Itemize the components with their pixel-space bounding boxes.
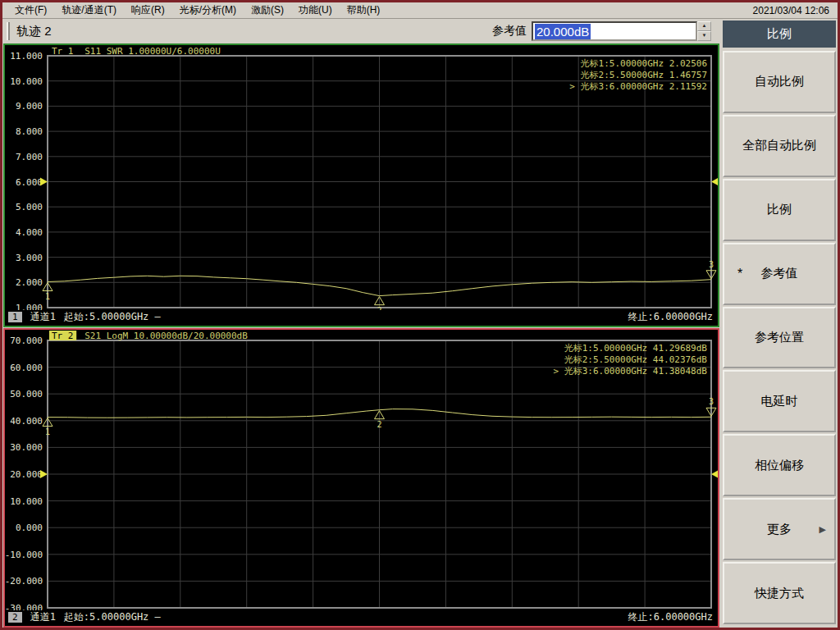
spinner-down-button[interactable]: ▼ [697,31,711,41]
svg-text:3: 3 [709,260,714,269]
svg-text:3.000: 3.000 [16,253,43,263]
svg-text:9.000: 9.000 [16,101,43,112]
softkey-menu-title: 比例 [723,21,836,48]
svg-text:光标1:5.00000GHz 2.02506: 光标1:5.00000GHz 2.02506 [581,58,707,69]
more-button[interactable]: 更多 ▶ [723,498,836,560]
svg-text:11.000: 11.000 [10,51,43,62]
svg-text:2.000: 2.000 [16,277,43,288]
entry-toolbar: 轨迹 2 参考值 20.000dB ▲ ▼ [3,19,719,43]
sweep-start-readout: 起始:5.00000GHz — [64,310,161,324]
svg-text:7.000: 7.000 [16,152,43,162]
svg-text:S21 LogM 10.00000dB/20.00000dB: S21 LogM 10.00000dB/20.00000dB [84,331,248,341]
svg-text:0.000: 0.000 [16,523,43,533]
submenu-arrow-icon: ▶ [819,524,826,535]
svg-text:50.000: 50.000 [10,389,43,399]
svg-text:8.000: 8.000 [16,126,43,137]
chart-stack: 11.00010.0009.0008.0007.0006.0005.0004.0… [3,43,719,628]
s21-chart-canvas: 70.00060.00050.00040.00030.00020.00010.0… [5,330,718,610]
svg-text:S11 SWR 1.00000U/6.00000U: S11 SWR 1.00000U/6.00000U [84,46,221,57]
toolbar-gripper[interactable] [7,22,10,40]
svg-text:> 光标3:6.00000GHz 41.38048dB: > 光标3:6.00000GHz 41.38048dB [553,366,707,377]
svg-text:5.000: 5.000 [16,202,43,212]
svg-text:20.000: 20.000 [10,469,43,480]
menu-utility[interactable]: 功能(U) [291,2,340,18]
scale-button[interactable]: 比例 [723,179,836,241]
autoscale-button[interactable]: 自动比例 [723,51,836,113]
channel-number-badge: 1 [8,312,22,322]
active-trace-indicator: 轨迹 2 [16,24,52,39]
svg-text:70.000: 70.000 [10,336,43,346]
sweep-start-readout: 起始:5.00000GHz — [64,610,161,624]
svg-text:光标2:5.50000GHz 1.46757: 光标2:5.50000GHz 1.46757 [581,70,707,80]
autoscale-all-button[interactable]: 全部自动比例 [723,115,836,177]
svg-text:1: 1 [45,292,50,301]
ref-value-input[interactable]: 20.000dB [532,21,697,41]
ref-value-spinner: ▲ ▼ [697,21,711,41]
sweep-stop-readout: 终止:6.00000GHz [628,610,713,624]
svg-text:光标2:5.50000GHz 44.02376dB: 光标2:5.50000GHz 44.02376dB [564,354,708,365]
spinner-up-button[interactable]: ▲ [697,21,711,31]
s21-logmag-chart: 70.00060.00050.00040.00030.00020.00010.0… [3,328,719,628]
s11-swr-chart: 11.00010.0009.0008.0007.0006.0005.0004.0… [3,43,719,327]
svg-text:40.000: 40.000 [10,416,43,427]
svg-text:> 光标3:6.00000GHz 2.11592: > 光标3:6.00000GHz 2.11592 [569,81,707,92]
active-softkey-asterisk: * [737,267,742,281]
softkey-sidebar: 比例 自动比例 全部自动比例 比例 * 参考值 参考位置 电延时 相位偏移 更多… [720,19,838,628]
channel-label: 通道1 [30,610,56,624]
svg-text:-10.000: -10.000 [5,550,43,560]
ref-value-label: 参考值 [492,24,527,39]
menu-bar: 文件(F) 轨迹/通道(T) 响应(R) 光标/分析(M) 激励(S) 功能(U… [2,2,838,19]
electrical-delay-button[interactable]: 电延时 [723,370,836,432]
svg-text:10.000: 10.000 [10,76,43,87]
s11-chart-canvas: 11.00010.0009.0008.0007.0006.0005.0004.0… [5,45,718,310]
svg-text:10.000: 10.000 [10,496,43,507]
menu-help[interactable]: 帮助(H) [340,2,388,18]
ref-value-selected-text: 20.000dB [535,24,591,39]
svg-text:4.000: 4.000 [16,227,43,238]
phase-offset-button[interactable]: 相位偏移 [723,434,836,496]
channel-number-badge: 2 [8,612,22,623]
svg-text:Tr 2: Tr 2 [52,331,74,341]
svg-text:6.000: 6.000 [16,177,43,188]
clock-datetime: 2021/03/04 12:06 [753,5,833,16]
menu-marker-analysis[interactable]: 光标/分析(M) [172,2,244,18]
svg-text:-20.000: -20.000 [5,576,43,587]
shortcut-button[interactable]: 快捷方式 [723,562,836,624]
s21-channel-status-bar: 2通道1起始:5.00000GHz —终止:6.00000GHz [5,610,718,626]
s11-channel-status-bar: 1通道1起始:5.00000GHz —终止:6.00000GHz [5,310,718,326]
menu-stimulus[interactable]: 激励(S) [244,2,291,18]
svg-text:1: 1 [45,427,50,436]
vna-app-window: 文件(F) 轨迹/通道(T) 响应(R) 光标/分析(M) 激励(S) 功能(U… [0,0,840,630]
svg-text:2: 2 [377,420,381,429]
svg-text:3: 3 [709,397,714,406]
menu-response[interactable]: 响应(R) [124,2,172,18]
svg-text:30.000: 30.000 [10,442,43,453]
ref-position-button[interactable]: 参考位置 [723,307,836,369]
ref-value-button[interactable]: * 参考值 [723,243,836,305]
sweep-stop-readout: 终止:6.00000GHz [628,310,713,324]
channel-label: 通道1 [30,310,56,324]
svg-text:60.000: 60.000 [10,363,43,373]
svg-text:Tr 1: Tr 1 [52,46,74,57]
menu-trace-channel[interactable]: 轨迹/通道(T) [54,2,124,18]
svg-text:光标1:5.00000GHz 41.29689dB: 光标1:5.00000GHz 41.29689dB [564,343,708,354]
menu-file[interactable]: 文件(F) [7,2,54,18]
